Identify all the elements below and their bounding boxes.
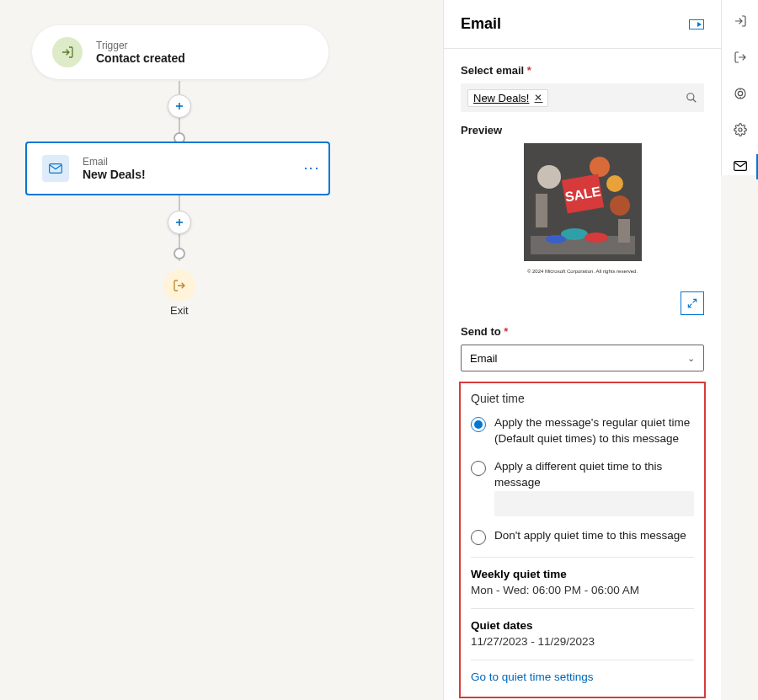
- send-to-label: Send to *: [461, 325, 704, 338]
- expand-button[interactable]: [681, 291, 704, 315]
- more-menu-icon[interactable]: ⋮: [310, 161, 313, 176]
- rail-exit-icon[interactable]: [722, 48, 759, 66]
- svg-point-12: [546, 235, 566, 243]
- email-preview-image: SALE: [524, 143, 642, 261]
- exit-label: Exit: [170, 304, 189, 317]
- weekly-quiet-time-title: Weekly quiet time: [471, 568, 694, 580]
- connector-dot: [173, 248, 185, 259]
- radio-input[interactable]: [471, 530, 486, 545]
- panel-header: Email: [444, 0, 721, 49]
- panel-title: Email: [461, 15, 501, 33]
- rail-email-icon[interactable]: [722, 158, 759, 175]
- add-step-button[interactable]: [168, 211, 191, 234]
- svg-point-5: [590, 157, 610, 177]
- different-quiet-time-select[interactable]: [494, 491, 694, 516]
- radio-input[interactable]: [471, 417, 486, 432]
- rail-goal-icon[interactable]: [722, 84, 759, 102]
- preview-caption: © 2024 Microsoft Corporation. All rights…: [524, 268, 642, 275]
- svg-rect-13: [536, 194, 547, 227]
- radio-regular-quiet-time[interactable]: Apply the message's regular quiet time (…: [471, 415, 694, 447]
- email-label-main: New Deals!: [83, 168, 146, 181]
- svg-point-6: [606, 175, 623, 192]
- quiet-dates-value: 11/27/2023 - 11/29/2023: [471, 635, 694, 648]
- select-email-label: Select email *: [461, 64, 704, 77]
- side-rail: [721, 0, 758, 175]
- svg-point-1: [687, 94, 694, 100]
- trigger-label-small: Trigger: [96, 40, 185, 51]
- email-icon: [42, 155, 69, 182]
- quiet-time-title: Quiet time: [471, 392, 694, 405]
- chevron-down-icon: ⌄: [687, 353, 695, 364]
- select-email-input[interactable]: New Deals! ✕: [461, 83, 704, 112]
- svg-point-4: [537, 165, 561, 189]
- rail-settings-icon[interactable]: [722, 121, 759, 139]
- rail-enter-icon[interactable]: [722, 12, 759, 29]
- svg-point-7: [610, 195, 630, 216]
- email-label-small: Email: [83, 156, 146, 168]
- exit-node[interactable]: [163, 270, 195, 302]
- email-chip[interactable]: New Deals! ✕: [467, 89, 548, 107]
- search-icon[interactable]: [686, 92, 697, 104]
- email-node[interactable]: Email New Deals! ⋮: [25, 142, 330, 195]
- trigger-node[interactable]: Trigger Contact created: [32, 25, 328, 79]
- quiet-dates-title: Quiet dates: [471, 619, 694, 632]
- send-to-select[interactable]: Email ⌄: [461, 345, 704, 371]
- preview-label: Preview: [461, 124, 704, 136]
- quiet-time-info: Weekly quiet time Mon - Wed: 06:00 PM - …: [471, 557, 694, 683]
- radio-no-quiet-time[interactable]: Don't apply quiet time to this message: [471, 528, 694, 545]
- svg-point-17: [739, 128, 742, 131]
- svg-rect-14: [618, 219, 630, 243]
- radio-different-quiet-time[interactable]: Apply a different quiet time to this mes…: [471, 459, 694, 491]
- enter-icon: [52, 37, 83, 67]
- close-icon[interactable]: ✕: [534, 92, 542, 104]
- collapse-icon[interactable]: [689, 19, 704, 29]
- add-step-button[interactable]: [168, 94, 191, 118]
- radio-input[interactable]: [471, 461, 486, 476]
- journey-canvas: Trigger Contact created Email New Deals!…: [0, 0, 443, 700]
- svg-point-16: [738, 91, 742, 95]
- trigger-label-main: Contact created: [96, 51, 185, 65]
- weekly-quiet-time-value: Mon - Wed: 06:00 PM - 06:00 AM: [471, 584, 694, 596]
- svg-point-11: [585, 232, 608, 243]
- email-config-panel: Email Select email * New Deals! ✕ Previe…: [443, 0, 721, 700]
- quiet-time-section: Quiet time Apply the message's regular q…: [459, 382, 706, 698]
- quiet-time-settings-link[interactable]: Go to quiet time settings: [471, 671, 694, 683]
